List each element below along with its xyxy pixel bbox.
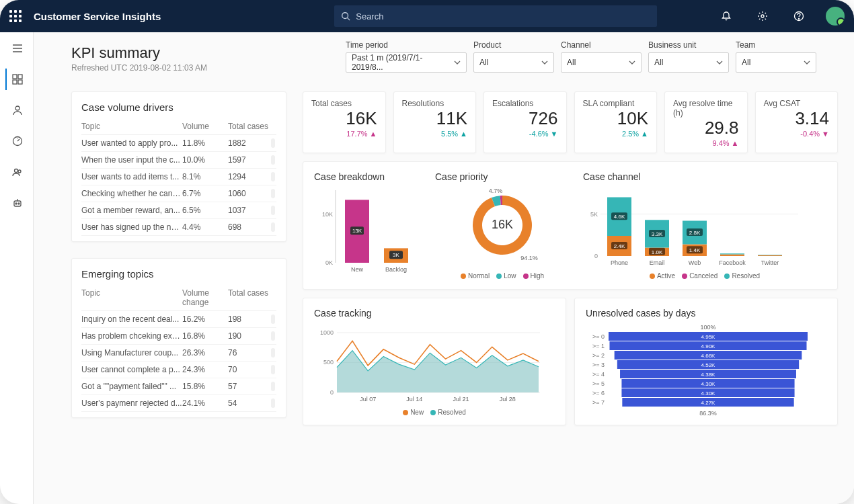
kpi-card[interactable]: Avg resolve time (h) 29.8 9.4% ▲ (664, 91, 748, 153)
help-icon[interactable] (787, 4, 811, 28)
filter-dropdown[interactable]: Past 1 m (2019/7/1-2019/8... (346, 52, 467, 73)
avatar[interactable] (826, 7, 845, 26)
svg-text:Facebook: Facebook (719, 259, 746, 266)
svg-point-0 (342, 13, 348, 19)
svg-point-19 (18, 203, 20, 204)
filter-channel: Channel All (561, 40, 642, 73)
table-row[interactable]: Inquiry on the recent deal... 16.2% 198 (81, 311, 276, 328)
tracking-legend: New Resolved (314, 409, 555, 416)
cell-total: 1294 (228, 172, 271, 181)
chart-title: Case channel (583, 171, 826, 182)
cell-topic: Checking whether he can r... (81, 189, 182, 198)
table-row[interactable]: User wanted to apply pro... 11.8% 1882 (81, 135, 276, 152)
col-change[interactable]: Volume change (182, 288, 228, 307)
filter-value: All (654, 58, 663, 67)
emerging-topics-card: Emerging topics Topic Volume change Tota… (71, 258, 286, 418)
kpi-value: 10K (583, 110, 649, 127)
cell-metric: 16.8% (182, 331, 228, 341)
col-total[interactable]: Total cases (228, 122, 271, 131)
nav-bot[interactable] (5, 192, 28, 214)
cell-topic: User wants to add items t... (81, 172, 182, 181)
svg-rect-58 (720, 255, 744, 257)
filter-value: Past 1 m (2019/7/1-2019/8... (352, 53, 454, 72)
table-row[interactable]: User cannot complete a p... 24.3% 70 (81, 362, 276, 378)
filter-dropdown[interactable]: All (736, 52, 816, 73)
settings-icon[interactable] (750, 4, 775, 28)
filter-dropdown[interactable]: All (473, 52, 554, 73)
table-row[interactable]: Got a ""payment failed"" ... 15.8% 57 (81, 378, 276, 395)
nav-customers[interactable] (5, 99, 28, 121)
cell-topic: User wanted to apply pro... (81, 138, 182, 148)
table-row[interactable]: Got a member reward, an... 6.5% 1037 (81, 202, 276, 219)
cell-total: 57 (228, 382, 271, 391)
svg-rect-61 (758, 255, 782, 256)
svg-text:4.52K: 4.52K (701, 362, 716, 368)
svg-point-12 (15, 106, 20, 110)
col-total[interactable]: Total cases (228, 288, 271, 307)
cell-metric: 15.8% (182, 382, 228, 391)
chevron-down-icon (454, 60, 461, 65)
svg-text:10K: 10K (322, 211, 333, 218)
col-topic[interactable]: Topic (81, 122, 182, 131)
table-row[interactable]: Using Manufacturer coup... 26.3% 76 (81, 345, 276, 362)
svg-text:Jul 14: Jul 14 (406, 396, 422, 403)
table-row[interactable]: User wants to add items t... 8.1% 1294 (81, 169, 276, 185)
nav-people[interactable] (5, 161, 28, 183)
search-icon (341, 11, 350, 21)
case-volume-drivers-card: Case volume drivers Topic Volume Total c… (71, 91, 286, 242)
cell-total: 698 (228, 222, 271, 232)
svg-rect-59 (720, 253, 744, 254)
svg-text:Jul 07: Jul 07 (360, 396, 376, 403)
filter-dropdown[interactable]: All (561, 52, 642, 73)
notifications-icon[interactable] (714, 4, 738, 28)
search-input[interactable]: Search (334, 5, 657, 27)
table-row[interactable]: Checking whether he can r... 6.7% 1060 (81, 185, 276, 202)
nav-sidebar (0, 32, 34, 504)
col-topic[interactable]: Topic (81, 288, 182, 307)
svg-text:3.3K: 3.3K (652, 231, 663, 237)
table-row[interactable]: User has signed up the ne... 4.4% 698 (81, 219, 276, 236)
case-tracking-card: Case tracking 05001000Jul 07Jul 14Jul 21… (303, 298, 566, 425)
kpi-card[interactable]: Avg CSAT 3.14 -0.4% ▼ (755, 91, 839, 153)
cell-total: 190 (228, 331, 271, 341)
kpi-delta: -4.6% ▼ (492, 130, 558, 138)
col-volume[interactable]: Volume (182, 122, 228, 131)
chevron-down-icon (629, 60, 635, 65)
svg-text:4.66K: 4.66K (701, 353, 716, 359)
svg-text:100%: 100% (700, 324, 715, 331)
kpi-card[interactable]: Total cases 16K 17.7% ▲ (303, 91, 386, 153)
kpi-card[interactable]: Escalations 726 -4.6% ▼ (483, 91, 567, 153)
case-channel-chart: 05K2.4K4.6KPhone1.0K3.3KEmail1.4K2.8KWeb… (583, 186, 798, 267)
table-row[interactable]: User's paymenr rejected d... 24.1% 54 (81, 395, 276, 412)
cell-topic: Using Manufacturer coup... (81, 348, 182, 358)
svg-text:New: New (351, 266, 364, 273)
cell-metric: 24.1% (182, 398, 228, 408)
cell-total: 70 (228, 365, 271, 374)
table-row[interactable]: When the user input the c... 10.0% 1597 (81, 152, 276, 169)
kpi-card[interactable]: SLA compliant 10K 2.5% ▲ (574, 91, 658, 153)
table-row[interactable]: Has problem chceking exp... 16.8% 190 (81, 328, 276, 345)
svg-text:0: 0 (594, 253, 598, 259)
kpi-card[interactable]: Resolutions 11K 5.5% ▲ (393, 91, 477, 153)
channel-legend: Active Canceled Resolved (583, 272, 826, 280)
svg-rect-62 (758, 255, 782, 255)
svg-text:2.4K: 2.4K (614, 243, 625, 249)
filter-dropdown[interactable]: All (648, 52, 729, 73)
app-launcher-icon[interactable] (9, 10, 22, 22)
kpi-label: Total cases (311, 99, 377, 108)
nav-dashboard[interactable] (5, 69, 28, 90)
svg-point-4 (798, 18, 799, 19)
svg-rect-8 (13, 75, 17, 79)
svg-text:13K: 13K (352, 228, 362, 234)
kpi-delta: 17.7% ▲ (311, 130, 377, 138)
svg-text:Phone: Phone (611, 259, 628, 266)
svg-text:3K: 3K (393, 252, 399, 258)
app-header: Customer Service Insights Search (0, 0, 854, 32)
svg-rect-11 (18, 80, 22, 84)
cell-topic: Inquiry on the recent deal... (81, 314, 182, 324)
cell-metric: 11.8% (182, 138, 228, 148)
hamburger-icon[interactable] (5, 38, 28, 59)
svg-text:4.90K: 4.90K (701, 343, 716, 349)
nav-performance[interactable] (5, 130, 28, 152)
svg-text:4.30K: 4.30K (701, 381, 716, 387)
